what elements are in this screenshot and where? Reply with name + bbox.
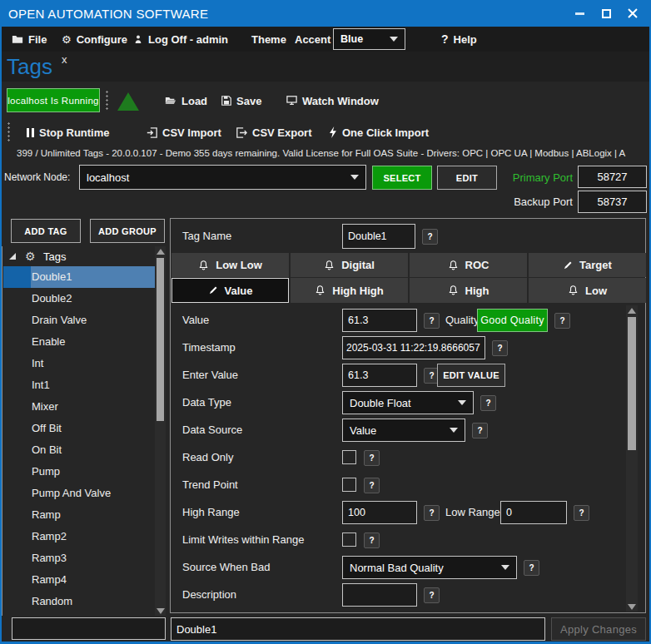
limit-writes-help[interactable]: ? — [364, 533, 380, 548]
primary-port-field[interactable] — [578, 166, 647, 188]
menu-logoff[interactable]: Log Off - admin — [133, 27, 228, 52]
tree-root[interactable]: ⚙ Tags — [3, 246, 155, 266]
tab-low-low[interactable]: Low Low — [171, 253, 289, 277]
description-help[interactable]: ? — [424, 587, 440, 603]
stop-runtime-button[interactable]: Stop Runtime — [27, 122, 110, 142]
tab-value[interactable]: Value — [171, 278, 289, 303]
enter-value-input[interactable] — [342, 364, 417, 387]
data-type-select[interactable]: Double Float — [342, 391, 474, 414]
scroll-up-arrow[interactable] — [155, 246, 166, 256]
add-group-button[interactable]: ADD GROUP — [90, 219, 165, 243]
edit-button[interactable]: EDIT — [437, 166, 497, 190]
load-button[interactable]: Load — [165, 91, 207, 111]
value-help[interactable]: ? — [424, 313, 440, 329]
runtime-status-button[interactable]: localhost Is Running — [7, 88, 100, 112]
data-type-help[interactable]: ? — [480, 395, 496, 411]
minimize-button[interactable] — [566, 0, 593, 27]
tab-high-high[interactable]: High High — [291, 278, 408, 303]
low-range-label: Low Range — [445, 501, 500, 524]
tab-low[interactable]: Low — [529, 278, 646, 303]
source-when-bad-select[interactable]: Normal Bad Quality — [342, 556, 517, 579]
description-label: Description — [182, 583, 236, 607]
tree-item[interactable]: Enable — [3, 331, 155, 353]
quality-help[interactable]: ? — [554, 313, 570, 329]
doc-tab-close[interactable]: x — [62, 53, 67, 66]
watch-window-button[interactable]: Watch Window — [286, 91, 379, 111]
timestamp-input[interactable] — [342, 336, 485, 359]
menubar: File ⚙ Configure Log Off - admin Theme A… — [2, 27, 649, 52]
bell-icon — [448, 260, 459, 271]
close-button[interactable] — [619, 0, 646, 27]
tag-path-input[interactable] — [171, 617, 545, 641]
limit-writes-checkbox[interactable] — [342, 533, 356, 547]
expander-icon[interactable] — [8, 252, 17, 260]
tree-item[interactable]: Int — [3, 353, 155, 374]
scroll-down-arrow[interactable] — [155, 606, 166, 616]
tree-item[interactable]: Double2 — [3, 288, 155, 310]
tab-digital[interactable]: Digital — [291, 253, 408, 277]
read-only-checkbox[interactable] — [342, 450, 356, 464]
tab-target[interactable]: Target — [529, 253, 646, 277]
tab-roc[interactable]: ROC — [410, 253, 527, 277]
low-range-input[interactable] — [500, 501, 567, 524]
add-tag-button[interactable]: ADD TAG — [11, 219, 81, 243]
tree-item[interactable]: Drain Valve — [3, 310, 155, 331]
csv-import-button[interactable]: CSV Import — [147, 122, 221, 142]
tree-item[interactable]: Pump — [3, 461, 155, 483]
source-when-bad-help[interactable]: ? — [524, 560, 539, 576]
tree-scrollbar — [155, 246, 166, 616]
tree-filter-box[interactable] — [12, 617, 166, 640]
form-scroll-down-arrow[interactable] — [626, 602, 638, 612]
pen-icon — [563, 260, 573, 270]
toolbar-drag-handle-2[interactable] — [7, 121, 12, 143]
tag-name-help[interactable]: ? — [422, 229, 438, 245]
trend-point-help[interactable]: ? — [364, 478, 380, 493]
maximize-icon — [602, 9, 611, 18]
select-button[interactable]: SELECT — [372, 166, 432, 190]
tree-item[interactable]: Int1 — [3, 374, 155, 396]
tree-item[interactable]: On Bit — [3, 439, 155, 461]
tag-tree: Double1Double2Drain ValveEnableIntInt1Mi… — [3, 266, 155, 614]
tree-panel-border — [2, 246, 2, 616]
menu-configure[interactable]: ⚙ Configure — [62, 27, 127, 52]
menu-help[interactable]: ? Help — [441, 27, 477, 52]
backup-port-field[interactable] — [578, 191, 647, 213]
save-button[interactable]: Save — [221, 91, 261, 111]
tag-name-input[interactable] — [342, 224, 415, 249]
value-input[interactable] — [342, 309, 417, 332]
read-only-help[interactable]: ? — [364, 450, 380, 466]
description-input[interactable] — [342, 583, 417, 607]
tree-item[interactable]: Ramp4 — [3, 569, 155, 591]
tree-item[interactable]: Ramp3 — [3, 547, 155, 569]
toolbar-drag-handle-1[interactable] — [105, 90, 110, 111]
low-range-help[interactable]: ? — [574, 505, 589, 521]
high-range-input[interactable] — [342, 501, 417, 524]
value-label: Value — [182, 309, 209, 332]
tree-item[interactable]: Ramp — [3, 504, 155, 526]
trend-point-checkbox[interactable] — [342, 478, 356, 492]
accent-select[interactable]: Blue — [333, 28, 405, 50]
tab-high[interactable]: High — [410, 278, 527, 303]
tree-item[interactable]: Mixer — [3, 396, 155, 418]
menu-file[interactable]: File — [12, 27, 47, 52]
one-click-import-button[interactable]: One Click Import — [328, 122, 429, 142]
csv-export-button[interactable]: CSV Export — [236, 122, 312, 142]
form-scroll-up-arrow[interactable] — [626, 305, 638, 315]
data-source-help[interactable]: ? — [472, 423, 488, 438]
tree-item[interactable]: Double1 — [3, 266, 155, 288]
high-range-help[interactable]: ? — [424, 505, 440, 521]
network-node-select[interactable]: localhost — [79, 165, 366, 190]
scroll-thumb[interactable] — [157, 258, 164, 421]
bell-icon — [198, 260, 209, 271]
maximize-button[interactable] — [593, 0, 619, 27]
tree-item[interactable]: Pump And Valve — [3, 483, 155, 504]
edit-value-button[interactable]: EDIT VALUE — [437, 364, 505, 387]
tree-item[interactable]: Random — [3, 591, 155, 612]
data-source-select[interactable]: Value — [342, 419, 465, 442]
form-scroll-thumb[interactable] — [628, 317, 636, 450]
timestamp-help[interactable]: ? — [492, 340, 508, 356]
menu-theme[interactable]: Theme — [251, 27, 286, 52]
tree-item[interactable]: Off Bit — [3, 418, 155, 439]
apply-changes-button[interactable]: Apply Changes — [551, 617, 646, 641]
tree-item[interactable]: Ramp2 — [3, 526, 155, 547]
